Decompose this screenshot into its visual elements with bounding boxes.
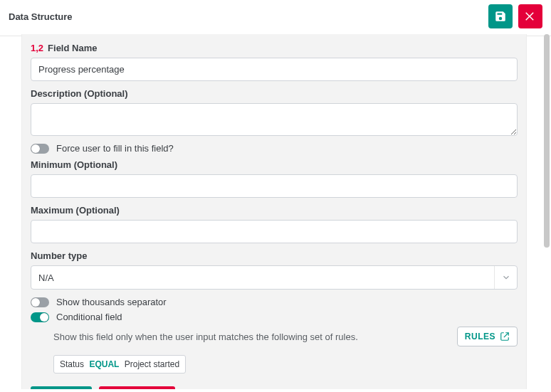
scrollbar[interactable] [544, 34, 550, 248]
rules-button[interactable]: RULES [457, 327, 518, 346]
save-button[interactable]: SAVE [31, 386, 92, 389]
description-label: Description (Optional) [31, 88, 128, 99]
header-close-button[interactable] [518, 4, 542, 28]
rule-value: Project started [125, 359, 179, 369]
description-textarea[interactable] [31, 103, 518, 136]
close-icon [524, 10, 537, 23]
field-type-chip: 1,2 [31, 43, 43, 53]
save-icon [494, 10, 507, 23]
conditional-label: Conditional field [56, 312, 122, 322]
force-fill-label: Force user to fill in this field? [56, 143, 174, 154]
maximum-label: Maximum (Optional) [31, 205, 120, 216]
maximum-input[interactable] [31, 220, 518, 243]
field-name-label: Field Name [48, 43, 97, 53]
field-name-input[interactable] [31, 58, 518, 81]
conditional-help-text: Show this field only when the user input… [53, 332, 358, 342]
header-actions [488, 4, 542, 28]
number-type-value: N/A [38, 272, 54, 283]
conditional-toggle[interactable] [31, 312, 49, 322]
minimum-label: Minimum (Optional) [31, 159, 117, 170]
number-type-label: Number type [31, 250, 87, 261]
thousands-label: Show thousands separator [56, 297, 167, 307]
thousands-toggle[interactable] [31, 297, 49, 307]
chevron-down-icon [494, 266, 517, 289]
form-panel: 1,2 Field Name Description (Optional) Fo… [21, 34, 527, 389]
header-save-button[interactable] [488, 4, 513, 28]
force-fill-toggle[interactable] [31, 144, 49, 154]
minimum-input[interactable] [31, 174, 518, 198]
rule-chip[interactable]: Status EQUAL Project started [53, 355, 186, 374]
cancel-button[interactable]: CANCEL [99, 386, 175, 389]
rules-button-label: RULES [465, 332, 495, 341]
rule-operator: EQUAL [89, 359, 119, 369]
dialog-header: Data Structure [0, 0, 551, 36]
dialog-title: Data Structure [9, 11, 73, 22]
rule-field: Status [60, 359, 84, 369]
external-link-icon [500, 332, 510, 341]
number-type-select[interactable]: N/A [31, 265, 518, 290]
